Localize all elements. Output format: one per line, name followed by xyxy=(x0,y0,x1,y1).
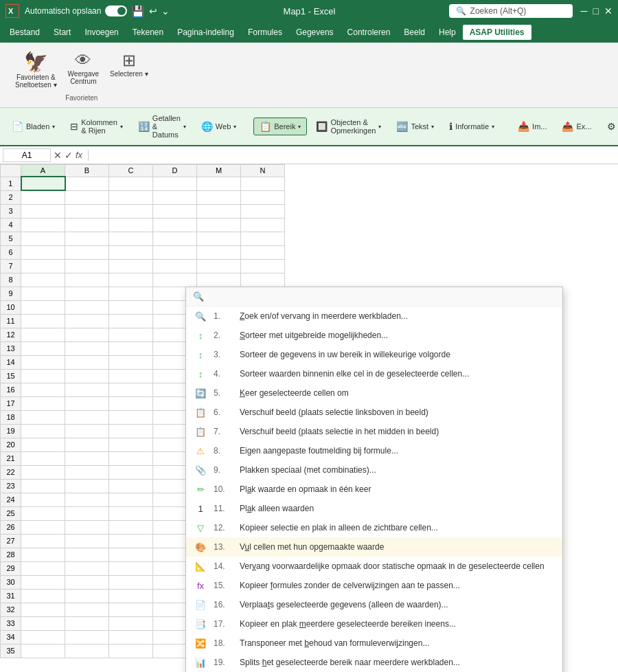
customize-icon[interactable]: ⌄ xyxy=(161,5,170,16)
cell-4-2[interactable] xyxy=(109,218,153,232)
cell-26-2[interactable] xyxy=(109,520,153,534)
cell-13-2[interactable] xyxy=(109,341,153,355)
dropdown-item-7[interactable]: 📋7.Verschuif beeld (plaats selectie in h… xyxy=(186,422,562,441)
cell-3-1[interactable] xyxy=(65,204,109,218)
cell-20-0[interactable] xyxy=(21,438,65,451)
dropdown-item-17[interactable]: 📑17.Kopieer en plak meerdere geselecteer… xyxy=(186,614,562,634)
cell-27-0[interactable] xyxy=(21,534,65,548)
dropdown-item-14[interactable]: 📐14.Vervang voorwaardelijke opmaak door … xyxy=(186,557,562,576)
cell-7-4[interactable] xyxy=(197,259,241,273)
cell-15-1[interactable] xyxy=(65,369,109,383)
cell-31-1[interactable] xyxy=(65,589,109,603)
cell-8-2[interactable] xyxy=(109,273,153,287)
cell-8-0[interactable] xyxy=(21,273,65,287)
asap-btn-web[interactable]: 🌐 Web ▾ xyxy=(195,117,242,135)
cell-23-2[interactable] xyxy=(109,479,153,493)
menu-formules[interactable]: Formules xyxy=(241,25,289,40)
cell-16-1[interactable] xyxy=(65,383,109,396)
cell-28-1[interactable] xyxy=(65,548,109,561)
menu-invoegen[interactable]: Invoegen xyxy=(78,25,125,40)
dropdown-item-9[interactable]: 📎9.Plakken speciaal (met combinaties)... xyxy=(186,460,562,480)
cell-26-0[interactable] xyxy=(21,520,65,534)
col-header-m[interactable]: M xyxy=(197,165,241,177)
confirm-formula-icon[interactable]: ✓ xyxy=(65,150,73,161)
menu-gegevens[interactable]: Gegevens xyxy=(289,25,341,40)
cell-21-1[interactable] xyxy=(65,451,109,465)
cell-12-2[interactable] xyxy=(109,328,153,341)
menu-asap[interactable]: ASAP Utilities xyxy=(463,25,531,40)
cell-30-1[interactable] xyxy=(65,575,109,589)
cell-7-3[interactable] xyxy=(153,259,197,273)
asap-btn-bladen[interactable]: 📄 Bladen ▾ xyxy=(5,117,61,135)
cell-1-1[interactable] xyxy=(65,177,109,190)
cell-12-1[interactable] xyxy=(65,328,109,341)
asap-btn-getallen[interactable]: 🔢 Getallen & Datums ▾ xyxy=(132,111,192,142)
formula-input[interactable] xyxy=(94,150,615,160)
ribbon-btn-favorieten[interactable]: 🦅 Favorieten &Sneltoetsen ▾ xyxy=(11,48,61,91)
cell-34-2[interactable] xyxy=(109,630,153,644)
dropdown-search-input[interactable] xyxy=(209,292,556,302)
asap-btn-im[interactable]: 📥 Im... xyxy=(512,117,553,135)
asap-btn-objecten[interactable]: 🔲 Objecten & Opmerkingen ▾ xyxy=(310,115,387,138)
cell-32-2[interactable] xyxy=(109,603,153,616)
cell-9-1[interactable] xyxy=(65,287,109,300)
dropdown-item-18[interactable]: 🔀18.Transponeer met behoud van formuleve… xyxy=(186,634,562,653)
dropdown-item-11[interactable]: 111.Plak alleen waarden xyxy=(186,499,562,518)
cell-32-0[interactable] xyxy=(21,603,65,616)
cell-11-1[interactable] xyxy=(65,314,109,328)
cell-27-2[interactable] xyxy=(109,534,153,548)
undo-icon[interactable]: ↩ xyxy=(149,5,157,16)
cell-12-0[interactable] xyxy=(21,328,65,341)
cell-29-0[interactable] xyxy=(21,561,65,575)
cell-22-2[interactable] xyxy=(109,465,153,479)
col-header-c[interactable]: C xyxy=(109,165,153,177)
cell-30-0[interactable] xyxy=(21,575,65,589)
cell-20-1[interactable] xyxy=(65,438,109,451)
cell-1-3[interactable] xyxy=(153,177,197,190)
cell-24-2[interactable] xyxy=(109,493,153,506)
cell-2-4[interactable] xyxy=(197,190,241,204)
cell-2-3[interactable] xyxy=(153,190,197,204)
cell-3-5[interactable] xyxy=(241,204,285,218)
menu-pagina[interactable]: Pagina-indeling xyxy=(170,25,241,40)
cell-24-0[interactable] xyxy=(21,493,65,506)
cell-6-0[interactable] xyxy=(21,245,65,259)
cell-1-4[interactable] xyxy=(197,177,241,190)
cell-24-1[interactable] xyxy=(65,493,109,506)
minimize-button[interactable]: ─ xyxy=(581,5,588,16)
cell-31-2[interactable] xyxy=(109,589,153,603)
cell-25-2[interactable] xyxy=(109,506,153,520)
dropdown-item-1[interactable]: 🔍1.Zoek en/of vervang in meerdere werkbl… xyxy=(186,306,562,326)
dropdown-item-6[interactable]: 📋6.Verschuif beeld (plaats selectie link… xyxy=(186,403,562,422)
cell-34-1[interactable] xyxy=(65,630,109,644)
cell-6-2[interactable] xyxy=(109,245,153,259)
cell-4-4[interactable] xyxy=(197,218,241,232)
search-box[interactable]: 🔍 Zoeken (Alt+Q) xyxy=(449,4,573,18)
cell-17-2[interactable] xyxy=(109,396,153,410)
cell-8-3[interactable] xyxy=(153,273,197,287)
cell-35-1[interactable] xyxy=(65,644,109,658)
cell-33-1[interactable] xyxy=(65,616,109,630)
cell-3-4[interactable] xyxy=(197,204,241,218)
maximize-button[interactable]: □ xyxy=(593,5,599,16)
cell-19-2[interactable] xyxy=(109,424,153,438)
cell-1-2[interactable] xyxy=(109,177,153,190)
cell-29-1[interactable] xyxy=(65,561,109,575)
cell-19-1[interactable] xyxy=(65,424,109,438)
cell-10-0[interactable] xyxy=(21,300,65,314)
cell-11-0[interactable] xyxy=(21,314,65,328)
cell-6-1[interactable] xyxy=(65,245,109,259)
menu-beeld[interactable]: Beeld xyxy=(397,25,432,40)
cell-21-2[interactable] xyxy=(109,451,153,465)
cell-25-1[interactable] xyxy=(65,506,109,520)
cell-25-0[interactable] xyxy=(21,506,65,520)
cell-5-4[interactable] xyxy=(197,232,241,245)
menu-controleren[interactable]: Controleren xyxy=(341,25,398,40)
asap-btn-sy[interactable]: ⚙ Sy... xyxy=(601,117,619,135)
cell-17-1[interactable] xyxy=(65,396,109,410)
cell-14-1[interactable] xyxy=(65,355,109,369)
asap-btn-informatie[interactable]: ℹ Informatie ▾ xyxy=(443,117,501,135)
cell-2-2[interactable] xyxy=(109,190,153,204)
cell-27-1[interactable] xyxy=(65,534,109,548)
cell-8-1[interactable] xyxy=(65,273,109,287)
